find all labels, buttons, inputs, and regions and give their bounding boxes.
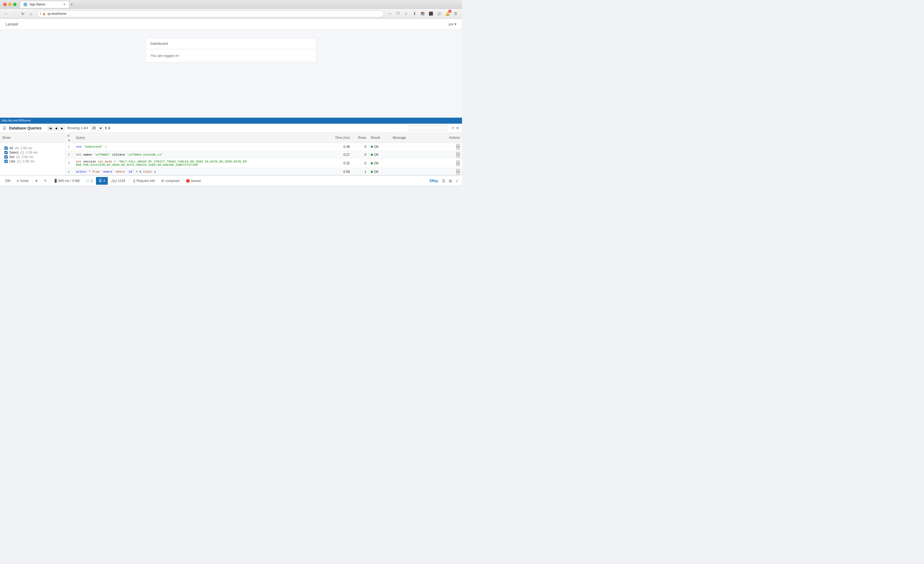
forward-button[interactable]: → bbox=[11, 10, 18, 17]
query-column-header[interactable]: Query bbox=[74, 133, 330, 143]
table-row: 2 set names 'utf8mb4' collate 'utf8mb4_u… bbox=[0, 151, 462, 159]
reload-button[interactable]: ↻ bbox=[19, 10, 26, 17]
copy-button-1[interactable]: ⧉ bbox=[456, 144, 460, 150]
close-button[interactable] bbox=[3, 3, 7, 6]
query2-collate: collate bbox=[112, 153, 127, 156]
row4-time: 0.59 bbox=[330, 168, 352, 176]
zray-layout-btn[interactable]: ⊞ bbox=[448, 178, 453, 184]
tab-laravel[interactable]: 🔴 laravel bbox=[183, 177, 204, 185]
export-button[interactable]: ↗ bbox=[451, 126, 454, 130]
perf-label: 866 ms / 3 MB bbox=[58, 179, 80, 183]
filter-use-count: (1) bbox=[17, 159, 21, 163]
show-column-header[interactable]: Show bbox=[0, 133, 66, 143]
hamburger-menu[interactable]: ☰ bbox=[452, 10, 459, 17]
filter-use[interactable]: Use (1) 0.38 ms bbox=[4, 159, 61, 163]
tab-pause[interactable]: ⏸ bbox=[32, 177, 41, 185]
close-panel-button[interactable]: ✕ bbox=[456, 126, 459, 130]
per-page-spinner: ⬆⬇ bbox=[104, 126, 111, 130]
home-button[interactable]: ⌂ bbox=[27, 10, 34, 17]
docs-icon: 📄 bbox=[86, 179, 90, 183]
request-label: Request Info bbox=[136, 179, 155, 183]
filter-all[interactable]: All (4) 1.56 ms bbox=[4, 146, 61, 150]
tab-status[interactable]: 200 bbox=[2, 177, 13, 185]
filter-set-checkbox[interactable] bbox=[4, 155, 8, 159]
shield-icon[interactable]: 🛡 bbox=[394, 10, 402, 17]
message-column-header[interactable]: Message bbox=[390, 133, 446, 143]
home-icon: ⊙ bbox=[16, 179, 19, 183]
rows-column-header[interactable]: Rows bbox=[352, 133, 369, 143]
filter-all-checkbox[interactable] bbox=[4, 147, 8, 150]
search-input[interactable] bbox=[408, 125, 447, 131]
tab-bar: 🌐 App Name - ✕ + bbox=[20, 1, 459, 8]
pencil-icon: ✎ bbox=[44, 179, 47, 183]
address-bar[interactable]: ℹ 🔒 qs.test/home bbox=[37, 10, 384, 17]
filter-all-time: 1.56 ms bbox=[20, 146, 32, 150]
tab-performance[interactable]: ▊ 866 ms / 3 MB bbox=[52, 177, 82, 185]
reader-icon[interactable]: ⬛ bbox=[428, 10, 435, 17]
zray-controls: ☰ ⊞ ⤢ bbox=[441, 178, 460, 184]
library-icon[interactable]: 📚 bbox=[419, 10, 426, 17]
tab-close-icon[interactable]: ✕ bbox=[63, 3, 66, 6]
tab-docs[interactable]: 📄 1 bbox=[83, 177, 95, 185]
row2-message bbox=[390, 151, 446, 159]
actions-col-label: Actions bbox=[449, 136, 460, 140]
filter-use-checkbox[interactable] bbox=[4, 160, 8, 163]
copy-button-2[interactable]: ⧉ bbox=[456, 152, 460, 157]
route-icon: ƒ(x) bbox=[111, 179, 117, 183]
prev-page-btn[interactable]: ◀ bbox=[54, 126, 58, 130]
dashboard-title: Dashboard bbox=[150, 42, 168, 46]
query4-table: users bbox=[103, 170, 112, 174]
minimize-button[interactable] bbox=[8, 3, 12, 6]
row4-result: OK bbox=[369, 168, 390, 176]
query2-set: set bbox=[76, 153, 81, 156]
tab-db[interactable]: 🗄 4 bbox=[96, 177, 108, 185]
tab-route[interactable]: ƒ(x) 1249 bbox=[108, 177, 128, 185]
zray-expand-btn[interactable]: ⤢ bbox=[454, 178, 460, 184]
browser-tab[interactable]: 🌐 App Name - ✕ bbox=[20, 1, 69, 8]
maximize-button[interactable] bbox=[13, 3, 16, 6]
home-label: home bbox=[20, 179, 28, 183]
ok-text2: OK bbox=[374, 153, 379, 157]
query4-sp3: ` bbox=[127, 170, 129, 174]
back-button[interactable]: ← bbox=[3, 10, 10, 17]
tab-composer[interactable]: ⚙ composer bbox=[158, 177, 183, 185]
tab-pencil[interactable]: ✎ bbox=[41, 177, 50, 185]
user-dropdown-icon[interactable]: ▾ bbox=[454, 22, 456, 26]
time-column-header[interactable]: Time (ms) bbox=[330, 133, 352, 143]
row3-rows: 0 bbox=[352, 159, 369, 168]
query3-session: session bbox=[83, 160, 98, 163]
dashboard-card-body: You are logged in! bbox=[146, 49, 316, 62]
pocket-icon[interactable]: 📰 bbox=[436, 10, 443, 17]
ok-text4: OK bbox=[374, 170, 379, 174]
filter-select[interactable]: Select (1) 0.59 ms bbox=[4, 151, 61, 154]
ok-dot2 bbox=[371, 154, 373, 156]
next-page-btn[interactable]: ▶ bbox=[60, 126, 64, 130]
row1-message bbox=[390, 143, 446, 151]
query-col-label: Query bbox=[76, 136, 85, 140]
tab-home[interactable]: ⊙ home bbox=[14, 177, 32, 185]
num-column-header[interactable]: # ▲ bbox=[66, 133, 74, 143]
query3-val2: ROR_FOR_DIVISION_BY_ZERO,NO_AUTO_CREATE_… bbox=[76, 163, 200, 166]
query3-set: set bbox=[76, 160, 81, 163]
new-tab-button[interactable]: + bbox=[70, 2, 73, 7]
tab-request[interactable]: {} Request Info bbox=[130, 177, 158, 185]
first-page-btn[interactable]: |◀ bbox=[48, 126, 52, 130]
filter-select-time: 0.59 ms bbox=[26, 151, 38, 154]
copy-button-4[interactable]: ⧉ bbox=[456, 169, 460, 175]
filter-set[interactable]: Set (2) 0.60 ms bbox=[4, 155, 61, 159]
filter-all-count: (4) bbox=[15, 146, 19, 150]
username: joe bbox=[449, 22, 453, 26]
composer-icon: ⚙ bbox=[161, 179, 164, 183]
result-column-header[interactable]: Result bbox=[369, 133, 390, 143]
ok-text3: OK bbox=[374, 162, 379, 165]
copy-button-3[interactable]: ⧉ bbox=[456, 160, 460, 166]
query4-limit-val: 1 bbox=[154, 170, 156, 174]
filter-select-checkbox[interactable] bbox=[4, 151, 8, 154]
status-code: 200 bbox=[5, 179, 10, 183]
per-page-select[interactable]: 20 50 100 bbox=[90, 125, 103, 131]
menu-button[interactable]: ⋯ bbox=[386, 10, 393, 17]
ok-dot4 bbox=[371, 171, 373, 173]
zray-menu-btn[interactable]: ☰ bbox=[441, 178, 447, 184]
bookmark-button[interactable]: ☆ bbox=[403, 10, 410, 17]
download-icon[interactable]: ⬇ bbox=[411, 10, 418, 17]
